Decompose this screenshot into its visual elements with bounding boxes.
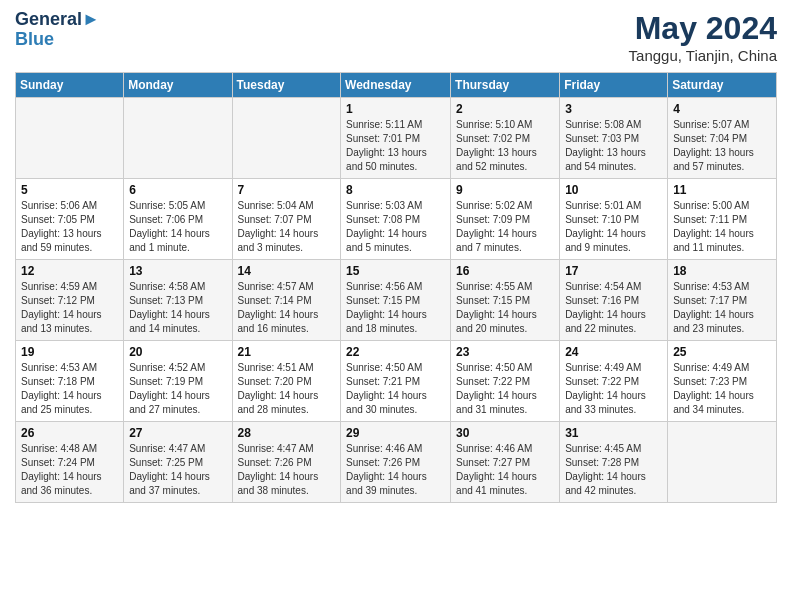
week-row-4: 19 Sunrise: 4:53 AMSunset: 7:18 PMDaylig…	[16, 341, 777, 422]
day-info: Sunrise: 5:11 AMSunset: 7:01 PMDaylight:…	[346, 118, 445, 174]
day-cell: 30 Sunrise: 4:46 AMSunset: 7:27 PMDaylig…	[451, 422, 560, 503]
day-info: Sunrise: 4:50 AMSunset: 7:22 PMDaylight:…	[456, 361, 554, 417]
day-info: Sunrise: 5:06 AMSunset: 7:05 PMDaylight:…	[21, 199, 118, 255]
day-cell: 22 Sunrise: 4:50 AMSunset: 7:21 PMDaylig…	[341, 341, 451, 422]
logo-text: General►	[15, 10, 100, 30]
day-info: Sunrise: 5:10 AMSunset: 7:02 PMDaylight:…	[456, 118, 554, 174]
day-cell: 25 Sunrise: 4:49 AMSunset: 7:23 PMDaylig…	[668, 341, 777, 422]
day-cell: 2 Sunrise: 5:10 AMSunset: 7:02 PMDayligh…	[451, 98, 560, 179]
weekday-header-row: SundayMondayTuesdayWednesdayThursdayFrid…	[16, 73, 777, 98]
day-cell: 3 Sunrise: 5:08 AMSunset: 7:03 PMDayligh…	[560, 98, 668, 179]
day-cell: 20 Sunrise: 4:52 AMSunset: 7:19 PMDaylig…	[124, 341, 232, 422]
day-cell: 27 Sunrise: 4:47 AMSunset: 7:25 PMDaylig…	[124, 422, 232, 503]
weekday-header-saturday: Saturday	[668, 73, 777, 98]
weekday-header-thursday: Thursday	[451, 73, 560, 98]
day-number: 25	[673, 345, 771, 359]
day-cell: 18 Sunrise: 4:53 AMSunset: 7:17 PMDaylig…	[668, 260, 777, 341]
page-header: General► Blue May 2024 Tanggu, Tianjin, …	[15, 10, 777, 64]
day-info: Sunrise: 4:47 AMSunset: 7:25 PMDaylight:…	[129, 442, 226, 498]
day-cell: 5 Sunrise: 5:06 AMSunset: 7:05 PMDayligh…	[16, 179, 124, 260]
day-number: 13	[129, 264, 226, 278]
day-info: Sunrise: 5:01 AMSunset: 7:10 PMDaylight:…	[565, 199, 662, 255]
day-info: Sunrise: 4:53 AMSunset: 7:17 PMDaylight:…	[673, 280, 771, 336]
day-info: Sunrise: 5:03 AMSunset: 7:08 PMDaylight:…	[346, 199, 445, 255]
day-cell: 10 Sunrise: 5:01 AMSunset: 7:10 PMDaylig…	[560, 179, 668, 260]
day-number: 29	[346, 426, 445, 440]
day-cell	[668, 422, 777, 503]
day-info: Sunrise: 4:45 AMSunset: 7:28 PMDaylight:…	[565, 442, 662, 498]
day-number: 9	[456, 183, 554, 197]
day-number: 17	[565, 264, 662, 278]
day-info: Sunrise: 4:58 AMSunset: 7:13 PMDaylight:…	[129, 280, 226, 336]
day-cell	[124, 98, 232, 179]
day-number: 8	[346, 183, 445, 197]
day-cell: 26 Sunrise: 4:48 AMSunset: 7:24 PMDaylig…	[16, 422, 124, 503]
day-info: Sunrise: 4:56 AMSunset: 7:15 PMDaylight:…	[346, 280, 445, 336]
day-cell: 16 Sunrise: 4:55 AMSunset: 7:15 PMDaylig…	[451, 260, 560, 341]
day-info: Sunrise: 5:07 AMSunset: 7:04 PMDaylight:…	[673, 118, 771, 174]
day-info: Sunrise: 5:08 AMSunset: 7:03 PMDaylight:…	[565, 118, 662, 174]
logo-text2: Blue	[15, 30, 100, 50]
day-cell: 15 Sunrise: 4:56 AMSunset: 7:15 PMDaylig…	[341, 260, 451, 341]
day-cell: 28 Sunrise: 4:47 AMSunset: 7:26 PMDaylig…	[232, 422, 341, 503]
day-info: Sunrise: 4:55 AMSunset: 7:15 PMDaylight:…	[456, 280, 554, 336]
day-cell: 4 Sunrise: 5:07 AMSunset: 7:04 PMDayligh…	[668, 98, 777, 179]
calendar-body: 1 Sunrise: 5:11 AMSunset: 7:01 PMDayligh…	[16, 98, 777, 503]
day-number: 14	[238, 264, 336, 278]
day-cell: 24 Sunrise: 4:49 AMSunset: 7:22 PMDaylig…	[560, 341, 668, 422]
day-info: Sunrise: 4:47 AMSunset: 7:26 PMDaylight:…	[238, 442, 336, 498]
day-cell: 13 Sunrise: 4:58 AMSunset: 7:13 PMDaylig…	[124, 260, 232, 341]
day-cell: 29 Sunrise: 4:46 AMSunset: 7:26 PMDaylig…	[341, 422, 451, 503]
day-info: Sunrise: 4:49 AMSunset: 7:22 PMDaylight:…	[565, 361, 662, 417]
calendar-table: SundayMondayTuesdayWednesdayThursdayFrid…	[15, 72, 777, 503]
day-cell: 7 Sunrise: 5:04 AMSunset: 7:07 PMDayligh…	[232, 179, 341, 260]
day-number: 10	[565, 183, 662, 197]
day-info: Sunrise: 4:46 AMSunset: 7:27 PMDaylight:…	[456, 442, 554, 498]
day-info: Sunrise: 4:54 AMSunset: 7:16 PMDaylight:…	[565, 280, 662, 336]
day-info: Sunrise: 5:05 AMSunset: 7:06 PMDaylight:…	[129, 199, 226, 255]
day-number: 22	[346, 345, 445, 359]
day-info: Sunrise: 4:51 AMSunset: 7:20 PMDaylight:…	[238, 361, 336, 417]
day-number: 24	[565, 345, 662, 359]
day-number: 12	[21, 264, 118, 278]
week-row-3: 12 Sunrise: 4:59 AMSunset: 7:12 PMDaylig…	[16, 260, 777, 341]
weekday-header-friday: Friday	[560, 73, 668, 98]
day-number: 23	[456, 345, 554, 359]
week-row-2: 5 Sunrise: 5:06 AMSunset: 7:05 PMDayligh…	[16, 179, 777, 260]
day-info: Sunrise: 4:52 AMSunset: 7:19 PMDaylight:…	[129, 361, 226, 417]
day-number: 1	[346, 102, 445, 116]
month-title: May 2024	[629, 10, 777, 47]
day-number: 3	[565, 102, 662, 116]
location: Tanggu, Tianjin, China	[629, 47, 777, 64]
day-info: Sunrise: 5:02 AMSunset: 7:09 PMDaylight:…	[456, 199, 554, 255]
weekday-header-monday: Monday	[124, 73, 232, 98]
day-cell: 6 Sunrise: 5:05 AMSunset: 7:06 PMDayligh…	[124, 179, 232, 260]
day-info: Sunrise: 4:48 AMSunset: 7:24 PMDaylight:…	[21, 442, 118, 498]
week-row-1: 1 Sunrise: 5:11 AMSunset: 7:01 PMDayligh…	[16, 98, 777, 179]
day-cell: 21 Sunrise: 4:51 AMSunset: 7:20 PMDaylig…	[232, 341, 341, 422]
day-info: Sunrise: 4:57 AMSunset: 7:14 PMDaylight:…	[238, 280, 336, 336]
day-cell: 1 Sunrise: 5:11 AMSunset: 7:01 PMDayligh…	[341, 98, 451, 179]
day-number: 7	[238, 183, 336, 197]
day-number: 20	[129, 345, 226, 359]
day-info: Sunrise: 5:04 AMSunset: 7:07 PMDaylight:…	[238, 199, 336, 255]
day-cell: 11 Sunrise: 5:00 AMSunset: 7:11 PMDaylig…	[668, 179, 777, 260]
day-info: Sunrise: 4:49 AMSunset: 7:23 PMDaylight:…	[673, 361, 771, 417]
day-number: 16	[456, 264, 554, 278]
logo: General► Blue	[15, 10, 100, 50]
day-info: Sunrise: 4:53 AMSunset: 7:18 PMDaylight:…	[21, 361, 118, 417]
day-info: Sunrise: 4:50 AMSunset: 7:21 PMDaylight:…	[346, 361, 445, 417]
day-info: Sunrise: 5:00 AMSunset: 7:11 PMDaylight:…	[673, 199, 771, 255]
day-cell: 23 Sunrise: 4:50 AMSunset: 7:22 PMDaylig…	[451, 341, 560, 422]
weekday-header-wednesday: Wednesday	[341, 73, 451, 98]
day-number: 2	[456, 102, 554, 116]
day-cell	[232, 98, 341, 179]
day-number: 30	[456, 426, 554, 440]
weekday-header-sunday: Sunday	[16, 73, 124, 98]
week-row-5: 26 Sunrise: 4:48 AMSunset: 7:24 PMDaylig…	[16, 422, 777, 503]
day-number: 28	[238, 426, 336, 440]
day-number: 31	[565, 426, 662, 440]
day-cell	[16, 98, 124, 179]
day-number: 11	[673, 183, 771, 197]
day-number: 19	[21, 345, 118, 359]
